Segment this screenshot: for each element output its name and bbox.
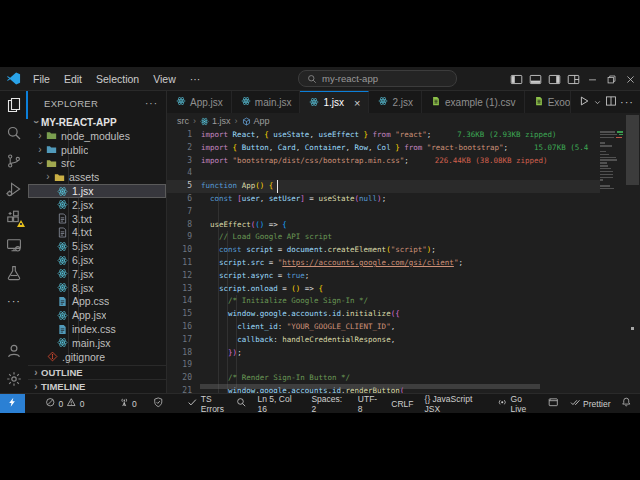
menu-item-[interactable]: ··· [183,70,208,88]
timeline-section[interactable]: › TIMELINE [28,379,166,393]
tab-2.jsx[interactable]: 2.jsx [369,91,422,113]
explorer-item-App.css[interactable]: App.css [28,295,166,309]
explorer-item-public[interactable]: ›public [28,143,166,157]
explorer-item-.gitignore[interactable]: .gitignore [28,350,166,364]
close-button[interactable] [621,67,640,91]
status-go-live[interactable]: Go Live [495,394,539,414]
tab-label: 2.jsx [392,97,413,108]
activity-testing[interactable] [0,259,28,287]
activity-source-control[interactable] [0,147,28,175]
explorer-item-2.jsx[interactable]: 2.jsx [28,198,166,212]
code-line-14[interactable]: 14 /* Initialize Google Sign-In */ [167,295,600,308]
explorer-item-3.txt[interactable]: 3.txt [28,212,166,226]
menu-item-view[interactable]: View [146,70,183,88]
code-line-19[interactable]: 19 [167,359,600,372]
status-workspace-trust[interactable] [151,394,166,414]
explorer-item-5.jsx[interactable]: 5.jsx [28,239,166,253]
code-line-8[interactable]: 8 useEffect(() => { [167,219,600,232]
breadcrumb-item-1.jsx[interactable]: 1.jsx [200,116,231,126]
menu-item-file[interactable]: File [26,70,57,88]
explorer-item-index.css[interactable]: index.css [28,322,166,336]
minimap[interactable] [600,129,624,393]
breadcrumb-item-src[interactable]: src [177,116,189,126]
status-problems[interactable]: 00 [43,394,86,414]
file-file-icon [57,213,68,224]
restore-button[interactable] [602,67,621,91]
layout-sidebar-left-button[interactable] [507,67,526,91]
code-line-18[interactable]: 18 }); [167,347,600,360]
activity-run-debug[interactable] [0,175,28,203]
code-line-7[interactable]: 7 [167,206,600,219]
minimize-button[interactable] [583,67,602,91]
tab-example (1).csv[interactable]: example (1).csv [422,91,525,113]
layout-sidebar-right-button[interactable] [545,67,564,91]
explorer-item-1.jsx[interactable]: 1.jsx [28,184,166,198]
activity-settings[interactable] [0,365,28,393]
line-number: 15 [167,308,201,321]
layout-customize-button[interactable] [564,67,583,91]
breadcrumb-item-App[interactable]: App [242,116,270,126]
code-line-15[interactable]: 15 window.google.accounts.id.initialize(… [167,308,600,321]
activity-extensions[interactable] [0,203,28,231]
horizontal-scrollbar[interactable] [200,384,540,389]
activity-more[interactable]: ··· [0,287,28,315]
tab-1.jsx[interactable]: 1.jsx× [300,91,369,113]
activity-search[interactable] [0,119,28,147]
code-line-1[interactable]: 1import React, { useState, useEffect } f… [167,129,600,142]
explorer-item-8.jsx[interactable]: 8.jsx [28,281,166,295]
activity-remote-explorer[interactable] [0,231,28,259]
status-encoding[interactable]: UTF-8 [356,394,383,414]
code-editor[interactable]: 1import React, { useState, useEffect } f… [167,129,600,393]
code-line-13[interactable]: 13 script.onload = () => { [167,283,600,296]
explorer-item-App.jsx[interactable]: App.jsx [28,308,166,322]
tab-Exoo[interactable]: Exoo [525,91,571,113]
breadcrumb[interactable]: src›1.jsx›App [167,113,640,129]
vertical-scrollbar[interactable] [626,115,639,185]
status-notifications[interactable] [619,394,634,414]
status-zoom-indicator[interactable] [234,394,249,414]
code-line-16[interactable]: 16 client_id: "YOUR_GOOGLE_CLIENT_ID", [167,321,600,334]
status-prettier[interactable]: Prettier [568,394,613,414]
activity-explorer[interactable] [0,91,28,119]
code-line-6[interactable]: 6 const [user, setUser] = useState(null)… [167,193,600,206]
run-button[interactable] [578,93,590,111]
close-tab-icon[interactable]: × [354,98,360,108]
editor-more-button[interactable]: ··· [620,96,634,108]
code-line-5[interactable]: 5function App() { [167,180,600,193]
status-browser-preview[interactable] [546,394,561,414]
status-ts-errors[interactable]: TS Errors [185,394,234,414]
status-cursor-position[interactable]: Ln 5, Col 16 [256,394,303,414]
explorer-item-src[interactable]: ›src [28,157,166,171]
code-line-17[interactable]: 17 callback: handleCredentialResponse, [167,334,600,347]
code-line-9[interactable]: 9 // Load Google API script [167,231,600,244]
menu-item-selection[interactable]: Selection [89,70,146,88]
command-center[interactable]: my-react-app [298,70,457,87]
status-language-mode[interactable]: {} JavaScript JSX [423,394,488,414]
explorer-item-assets[interactable]: ›assets [28,170,166,184]
explorer-item-4.txt[interactable]: 4.txt [28,226,166,240]
code-line-3[interactable]: 3import "bootstrap/dist/css/bootstrap.mi… [167,155,600,168]
explorer-item-7.jsx[interactable]: 7.jsx [28,267,166,281]
tab-App.jsx[interactable]: App.jsx [167,91,232,113]
status-remote-indicator[interactable] [0,394,25,414]
status-indentation[interactable]: Spaces: 2 [309,394,348,414]
activity-account[interactable] [0,337,28,365]
explorer-item-main.jsx[interactable]: main.jsx [28,336,166,350]
layout-panel-button[interactable] [526,67,545,91]
run-dropdown[interactable] [593,93,602,111]
status-eol[interactable]: CRLF [389,394,415,414]
explorer-more-button[interactable]: ··· [145,98,158,109]
explorer-root-folder[interactable]: › MY-REACT-APP [28,115,166,129]
code-line-11[interactable]: 11 script.src = "https://accounts.google… [167,257,600,270]
code-line-4[interactable]: 4 [167,167,600,180]
tab-main.jsx[interactable]: main.jsx [232,91,301,113]
explorer-item-node_modules[interactable]: ›node_modules [28,129,166,143]
code-line-12[interactable]: 12 script.async = true; [167,270,600,283]
split-editor-button[interactable] [605,93,617,111]
status-ports[interactable]: 0 [117,394,139,414]
menu-item-edit[interactable]: Edit [57,70,89,88]
explorer-item-6.jsx[interactable]: 6.jsx [28,253,166,267]
code-line-2[interactable]: 2import { Button, Card, Container, Row, … [167,142,600,155]
outline-section[interactable]: › OUTLINE [28,365,166,379]
code-line-10[interactable]: 10 const script = document.createElement… [167,244,600,257]
